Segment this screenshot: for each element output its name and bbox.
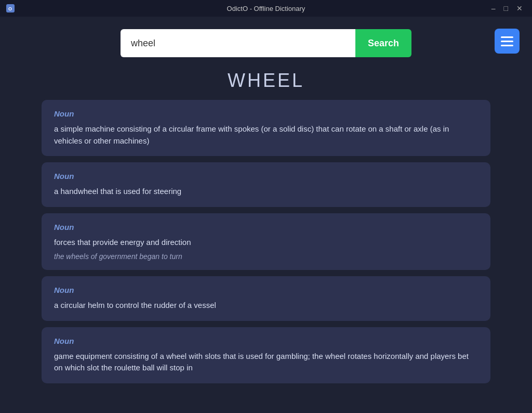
definition-card: Noungame equipment consisting of a wheel… <box>42 327 490 383</box>
example-text: the wheels of government began to turn <box>54 252 478 261</box>
menu-bar-3 <box>501 45 513 46</box>
maximize-button[interactable]: □ <box>501 3 511 14</box>
definition-text: forces that provide energy and direction <box>54 237 478 249</box>
minimize-button[interactable]: – <box>488 3 499 14</box>
search-area: Search <box>0 17 532 66</box>
definition-text: game equipment consisting of a wheel wit… <box>54 351 478 374</box>
app-icon: O <box>6 4 15 12</box>
close-button[interactable]: ✕ <box>513 3 526 14</box>
definition-card: Nouna simple machine consisting of a cir… <box>42 100 490 156</box>
part-of-speech: Noun <box>54 286 478 294</box>
definition-text: a simple machine consisting of a circula… <box>54 123 478 147</box>
app-title: OdictO - Offline Dictionary <box>227 5 305 12</box>
search-button[interactable]: Search <box>355 29 411 57</box>
menu-button[interactable] <box>495 29 520 54</box>
part-of-speech: Noun <box>54 109 478 118</box>
definition-text: a handwheel that is used for steering <box>54 186 478 198</box>
title-bar: O OdictO - Offline Dictionary – □ ✕ <box>0 0 532 17</box>
definition-card: Nounforces that provide energy and direc… <box>42 213 490 270</box>
part-of-speech: Noun <box>54 172 478 180</box>
title-bar-left: O <box>6 4 15 12</box>
search-input[interactable] <box>121 29 355 57</box>
window-controls: – □ ✕ <box>488 3 526 14</box>
svg-text:O: O <box>8 6 12 11</box>
main-content: Search WHEEL Nouna simple machine consis… <box>0 17 532 413</box>
part-of-speech: Noun <box>54 337 478 345</box>
search-wrapper: Search <box>121 29 411 57</box>
definitions-area: Nouna simple machine consisting of a cir… <box>0 100 532 413</box>
menu-bar-2 <box>501 41 513 42</box>
part-of-speech: Noun <box>54 223 478 231</box>
definition-card: Nouna handwheel that is used for steerin… <box>42 162 490 207</box>
definition-text: a circular helm to control the rudder of… <box>54 300 478 312</box>
definition-card: Nouna circular helm to control the rudde… <box>42 276 490 321</box>
word-title: WHEEL <box>0 70 532 92</box>
menu-bar-1 <box>501 36 513 38</box>
